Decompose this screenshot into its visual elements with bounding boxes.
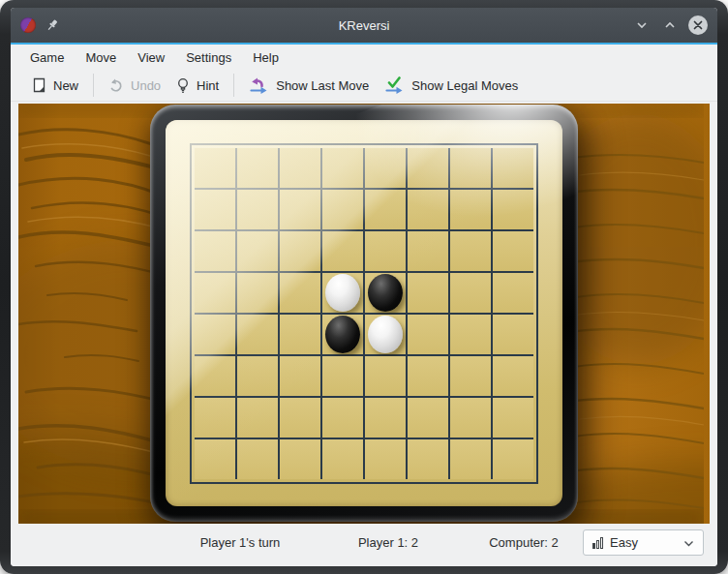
board-cell[interactable] [408,439,448,479]
close-button[interactable] [688,15,708,35]
board-cell[interactable] [493,398,533,438]
board-cell[interactable] [493,148,533,188]
board-cell[interactable] [280,398,320,438]
title-bar[interactable]: KReversi [11,8,717,43]
show-legal-moves-button[interactable]: Show Legal Moves [377,73,526,98]
board-cell[interactable] [450,273,491,313]
board-cell[interactable] [195,356,235,396]
undo-button[interactable]: Undo [101,74,168,97]
board-cell[interactable] [322,190,363,229]
board-cell[interactable] [322,231,363,271]
board-cell[interactable] [493,439,533,479]
board-cell[interactable] [237,231,278,271]
window-title: KReversi [11,18,717,33]
board-cell[interactable] [280,190,320,229]
wood-background [18,104,710,524]
board-cell[interactable] [195,273,235,313]
board-cell[interactable] [450,356,491,396]
board-cell[interactable] [408,190,448,229]
board-cell[interactable] [237,439,278,479]
board-cell[interactable] [365,148,406,188]
board-cell[interactable] [365,398,406,438]
menu-help[interactable]: Help [245,47,287,68]
pin-icon[interactable] [46,18,59,32]
board-cell[interactable] [408,398,448,438]
undo-arrow-icon [108,77,124,93]
show-last-move-label: Show Last Move [276,78,369,93]
board-cell[interactable] [195,148,235,188]
board-cell[interactable] [195,231,235,271]
hint-button[interactable]: Hint [168,74,227,98]
new-button[interactable]: New [24,74,86,97]
game-piece-white [325,274,360,312]
board-cell[interactable] [322,398,363,438]
board-cell[interactable] [195,439,235,479]
board-cell[interactable] [450,398,491,438]
maximize-button[interactable] [660,15,680,35]
board-cell[interactable] [237,148,278,188]
board-cell[interactable] [237,398,278,438]
board-cell[interactable] [322,273,363,313]
minimize-button[interactable] [632,15,652,35]
board-cell[interactable] [280,439,320,479]
menu-view[interactable]: View [130,47,172,68]
board-cell[interactable] [408,315,448,354]
chevron-down-icon [683,535,694,550]
lightbulb-icon [176,77,190,94]
board-cell[interactable] [493,231,533,271]
new-document-icon [32,77,46,93]
difficulty-select[interactable]: Easy [583,529,704,556]
board-cell[interactable] [365,231,406,271]
board-cell[interactable] [450,439,491,479]
board-cell[interactable] [195,315,235,354]
board-cell[interactable] [365,315,406,354]
board-cell[interactable] [450,190,491,229]
board-cell[interactable] [195,190,235,229]
board-cell[interactable] [408,356,448,396]
board-cell[interactable] [365,356,406,396]
board-grid [195,148,533,479]
board-cell[interactable] [195,398,235,438]
board-cell[interactable] [450,148,491,188]
board-cell[interactable] [280,231,320,271]
board-cell[interactable] [493,190,533,229]
board-cell[interactable] [322,356,363,396]
board-cell[interactable] [493,273,533,313]
board-cell[interactable] [237,190,278,229]
board-cell[interactable] [280,356,320,396]
board-cell[interactable] [280,148,320,188]
window-content: KReversi Game Move View Settings Help [11,8,717,566]
toolbar-separator [233,74,234,97]
board-cell[interactable] [408,148,448,188]
board-cell[interactable] [365,190,406,229]
show-last-move-button[interactable]: Show Last Move [241,73,377,98]
board-cell[interactable] [365,439,406,479]
board-cell[interactable] [322,148,363,188]
board-cell[interactable] [237,315,278,354]
board-cell[interactable] [280,315,320,354]
game-piece-black [325,316,360,353]
board-frame [150,105,578,522]
undo-button-label: Undo [131,78,161,93]
board-cell[interactable] [450,231,491,271]
title-bar-left [20,17,59,33]
board-grid-border [190,143,538,484]
board-cell[interactable] [237,273,278,313]
show-legal-moves-label: Show Legal Moves [411,78,518,93]
board-cell[interactable] [365,273,406,313]
board-cell[interactable] [493,356,533,396]
board-cell[interactable] [322,439,363,479]
last-move-arrow-icon [249,76,269,94]
game-piece-black [368,274,403,312]
app-icon[interactable] [20,17,36,33]
menu-move[interactable]: Move [77,47,124,68]
menu-settings[interactable]: Settings [178,47,239,68]
board-cell[interactable] [450,315,491,354]
board-cell[interactable] [408,273,448,313]
board-cell[interactable] [237,356,278,396]
menu-game[interactable]: Game [22,47,72,68]
board-cell[interactable] [322,315,363,354]
board-cell[interactable] [493,315,533,354]
board-cell[interactable] [280,273,320,313]
board-cell[interactable] [408,231,448,271]
